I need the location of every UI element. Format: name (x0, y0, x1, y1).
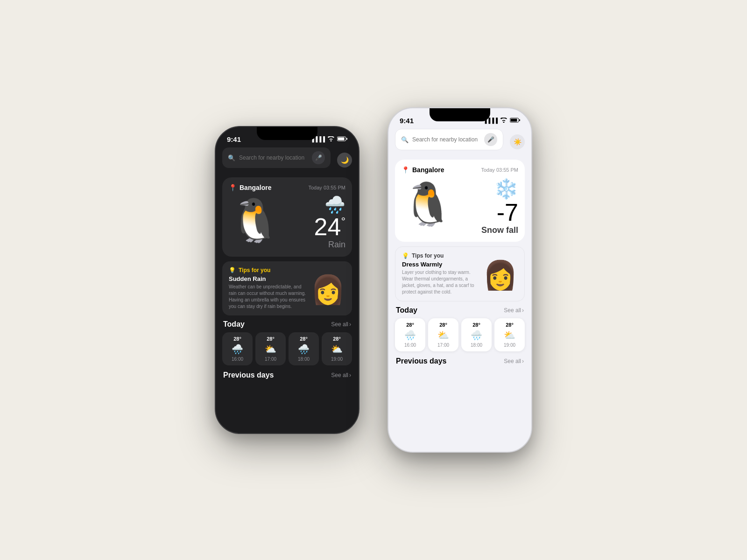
light-hour-card-0: 28° 🌧️ 16:00 (395, 318, 425, 351)
light-phone-notch (430, 108, 490, 121)
light-hour-card-3: 28° ⛅ 19:00 (494, 318, 525, 351)
dark-tips-avatar: 👩 (310, 273, 345, 306)
light-theme-toggle[interactable]: ☀️ (510, 134, 525, 149)
dark-search-icon: 🔍 (228, 154, 235, 161)
dark-tips-description: Weather can be unpredictable, and rain c… (229, 284, 307, 310)
light-hour-card-1: 28° ⛅ 17:00 (428, 318, 458, 351)
dark-today-chevron-icon: › (349, 321, 351, 328)
dark-hourly-row: 28° 🌧️ 16:00 28° ⛅ 17:00 28° 🌧️ 18:00 28… (222, 332, 352, 365)
light-condition: Snow fall (481, 225, 518, 235)
light-tips-avatar: 👩 (483, 259, 518, 292)
light-weather-main: 🐧 ❄️ -7 Snow fall (402, 177, 518, 235)
light-hour-card-2: 28° 🌧️ 18:00 (461, 318, 492, 351)
light-tips-card: 💡 Tips for you Dress Warmly Layer your c… (395, 246, 525, 301)
svg-rect-2 (346, 138, 347, 140)
dark-temp-section: 🌧️ 24 ° Rain (314, 195, 345, 250)
dark-hour-card-3: 28° ⛅ 19:00 (322, 332, 352, 365)
light-tips-title: Dress Warmly (402, 261, 479, 268)
dark-temperature: 24 (314, 215, 341, 239)
dark-hour-card-0: 28° 🌧️ 16:00 (222, 332, 253, 365)
light-status-time: 9:41 (400, 117, 414, 125)
dark-search-input[interactable] (239, 154, 308, 161)
light-tips-content: 💡 Tips for you Dress Warmly Layer your c… (402, 252, 479, 295)
light-location-pin-icon: 📍 (402, 166, 409, 174)
light-penguin-santa: 🐧 (402, 183, 454, 225)
dark-status-time: 9:41 (227, 135, 241, 143)
light-today-header: Today See all › (395, 306, 525, 315)
light-previous-days-header: Previous days See all › (395, 357, 525, 365)
dark-today-label: Today (223, 320, 245, 329)
light-location: 📍 Bangalore (402, 166, 444, 174)
light-search-bar[interactable]: 🔍 🎤 (395, 129, 503, 150)
dark-mic-button[interactable]: 🎤 (312, 151, 325, 164)
light-date: Today 03:55 PM (481, 167, 519, 173)
light-prev-chevron-icon: › (522, 358, 524, 364)
light-prev-days-see-all[interactable]: See all › (504, 358, 524, 364)
light-mic-button[interactable]: 🎤 (484, 133, 497, 146)
dark-tips-card: 💡 Tips for you Sudden Rain Weather can b… (222, 261, 352, 315)
light-tips-icon: 💡 (402, 252, 409, 259)
dark-today-see-all[interactable]: See all › (331, 321, 351, 328)
dark-location-pin-icon: 📍 (229, 184, 237, 191)
light-weather-icon: ❄️ (481, 177, 518, 200)
svg-rect-1 (338, 137, 345, 140)
light-hourly-row: 28° 🌧️ 16:00 28° ⛅ 17:00 28° 🌧️ 18:00 28… (395, 318, 525, 351)
dark-penguin-umbrella: 🐧 (229, 199, 281, 241)
dark-hour-card-2: 28° 🌧️ 18:00 (289, 332, 319, 365)
dark-date: Today 03:55 PM (309, 185, 346, 190)
light-today-label: Today (396, 306, 417, 315)
light-search-input[interactable] (412, 136, 480, 143)
light-tips-header: 💡 Tips for you (402, 252, 479, 259)
light-temperature: -7 (497, 200, 518, 224)
light-weather-card: 📍 Bangalore Today 03:55 PM 🐧 ❄️ -7 Snow … (395, 160, 525, 242)
dark-phone: 9:41 ▐▐▐▐ 🔍 🎤 🌙 (215, 126, 359, 434)
dark-today-header: Today See all › (222, 320, 352, 329)
dark-location: 📍 Bangalore (229, 184, 271, 191)
light-tips-description: Layer your clothing to stay warm. Wear t… (402, 269, 479, 295)
dark-tips-title: Sudden Rain (229, 275, 307, 282)
light-wifi-icon (500, 117, 507, 124)
dark-prev-chevron-icon: › (349, 372, 351, 378)
dark-weather-card: 📍 Bangalore Today 03:55 PM 🐧 🌧️ 24 ° Rai… (222, 177, 352, 257)
light-search-icon: 🔍 (401, 136, 409, 143)
dark-previous-days-header: Previous days See all › (222, 371, 352, 379)
dark-weather-main: 🐧 🌧️ 24 ° Rain (229, 195, 345, 250)
light-phone: 9:41 ▐▐▐▐ 🔍 🎤 ☀️ (388, 107, 532, 453)
dark-search-bar[interactable]: 🔍 🎤 (222, 147, 331, 168)
dark-phone-content: 🔍 🎤 🌙 📍 Bangalore Today 03:55 PM 🐧 (216, 147, 359, 379)
svg-rect-4 (511, 119, 517, 121)
dark-tips-content: 💡 Tips for you Sudden Rain Weather can b… (229, 267, 307, 310)
light-status-icons: ▐▐▐▐ (483, 117, 520, 124)
light-today-chevron-icon: › (522, 307, 524, 314)
dark-tips-icon: 💡 (229, 267, 236, 273)
svg-rect-5 (519, 119, 520, 121)
light-prev-days-label: Previous days (396, 357, 447, 365)
dark-prev-days-label: Previous days (223, 371, 274, 379)
light-today-see-all[interactable]: See all › (504, 307, 524, 314)
light-phone-content: 🔍 🎤 ☀️ 📍 Bangalore Today 03:55 PM 🐧 (388, 129, 531, 365)
dark-degree-symbol: ° (341, 215, 345, 228)
dark-theme-toggle[interactable]: 🌙 (337, 153, 352, 168)
dark-status-icons: ▐▐▐▐ (310, 136, 347, 143)
dark-weather-icon: 🌧️ (314, 195, 345, 215)
dark-condition: Rain (314, 240, 345, 250)
dark-tips-header: 💡 Tips for you (229, 267, 307, 273)
dark-prev-days-see-all[interactable]: See all › (331, 372, 351, 378)
phone-notch (257, 127, 317, 140)
light-battery-icon (510, 117, 520, 124)
light-temp-section: ❄️ -7 Snow fall (481, 177, 518, 235)
dark-hour-card-1: 28° ⛅ 17:00 (255, 332, 286, 365)
dark-battery-icon (337, 136, 347, 143)
dark-wifi-icon (328, 136, 334, 143)
